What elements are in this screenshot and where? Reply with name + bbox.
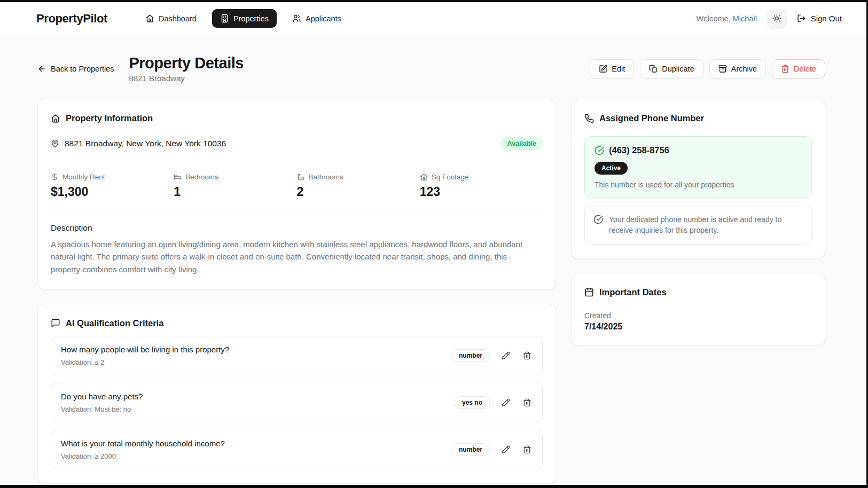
stat-bedrooms-value: 1 bbox=[174, 185, 296, 199]
edit-criterion-button[interactable] bbox=[501, 444, 511, 455]
description-text: A spacious home featuring an open living… bbox=[51, 238, 531, 276]
delete-criterion-button[interactable] bbox=[522, 397, 533, 408]
stat-bedrooms-label: Bedrooms bbox=[185, 173, 218, 181]
phone-usage-note: This number is used for all your propert… bbox=[595, 180, 802, 189]
description-label: Description bbox=[51, 223, 543, 233]
pencil-icon bbox=[502, 445, 510, 454]
edit-button-label: Edit bbox=[612, 65, 625, 73]
edit-criterion-button[interactable] bbox=[501, 350, 511, 361]
assigned-phone-heading: Assigned Phone Number bbox=[584, 113, 812, 123]
archive-button[interactable]: Archive bbox=[709, 59, 766, 78]
sign-out-label: Sign Out bbox=[811, 14, 842, 23]
top-navbar: PropertyPilot Dashboard Properties Appli… bbox=[0, 2, 866, 35]
property-information-title: Property Information bbox=[66, 113, 153, 123]
bed-icon bbox=[174, 173, 182, 181]
back-link-label: Back to Properties bbox=[51, 65, 114, 73]
criterion-controls: yes no bbox=[455, 396, 533, 409]
criterion-type-badge: yes no bbox=[455, 396, 490, 409]
phone-icon bbox=[584, 114, 594, 123]
duplicate-button[interactable]: Duplicate bbox=[640, 59, 703, 78]
address-text: 8821 Broadway, New York, New York 10036 bbox=[65, 139, 226, 148]
criterion-row: How many people will be living in this p… bbox=[51, 336, 543, 375]
back-to-properties-link[interactable]: Back to Properties bbox=[37, 65, 114, 73]
assigned-phone-card: Assigned Phone Number (463) 258-8756 Act… bbox=[571, 99, 825, 259]
archive-button-label: Archive bbox=[731, 65, 757, 73]
important-dates-title: Important Dates bbox=[599, 287, 667, 297]
criterion-validation: Validation: ≥ 2000 bbox=[61, 452, 225, 460]
stat-bathrooms-value: 2 bbox=[297, 185, 420, 199]
criterion-row: Do you have any pets? Validation: Must b… bbox=[51, 383, 543, 422]
nav-dashboard[interactable]: Dashboard bbox=[137, 9, 205, 28]
stat-bedrooms: Bedrooms 1 bbox=[174, 173, 296, 199]
nav-properties[interactable]: Properties bbox=[212, 9, 277, 28]
criterion-validation: Validation: ≤ 2 bbox=[61, 358, 229, 366]
right-column: Assigned Phone Number (463) 258-8756 Act… bbox=[571, 99, 825, 346]
trash-icon bbox=[781, 65, 789, 73]
welcome-text: Welcome, Michał! bbox=[696, 14, 757, 23]
criteria-title: AI Qualification Criteria bbox=[66, 318, 163, 328]
criterion-question: How many people will be living in this p… bbox=[61, 345, 229, 354]
page-content: Back to Properties Property Details 8821… bbox=[0, 35, 866, 488]
page-title: Property Details bbox=[129, 54, 243, 72]
status-badge: Available bbox=[501, 137, 543, 150]
stat-sq-footage-label: Sq Footage bbox=[432, 173, 469, 181]
nav-properties-label: Properties bbox=[233, 14, 269, 23]
criterion-type-badge: number bbox=[451, 349, 490, 362]
assigned-phone-title: Assigned Phone Number bbox=[599, 113, 704, 123]
edit-pencil-square-icon bbox=[599, 65, 607, 73]
trash-icon bbox=[523, 445, 531, 454]
theme-toggle-button[interactable] bbox=[767, 9, 787, 29]
criterion-controls: number bbox=[451, 443, 533, 456]
stat-sq-footage-value: 123 bbox=[420, 185, 543, 199]
calendar-icon bbox=[584, 287, 594, 297]
home-icon bbox=[145, 14, 154, 23]
edit-button[interactable]: Edit bbox=[590, 59, 634, 78]
nav-applicants[interactable]: Applicants bbox=[284, 9, 349, 28]
delete-criterion-button[interactable] bbox=[522, 444, 533, 455]
criterion-controls: number bbox=[451, 349, 533, 362]
criterion-question: What is your total monthly household inc… bbox=[61, 439, 225, 448]
pencil-icon bbox=[502, 351, 510, 360]
stat-bathrooms: Bathrooms 2 bbox=[297, 173, 420, 199]
criterion-type-badge: number bbox=[451, 443, 490, 456]
edit-criterion-button[interactable] bbox=[501, 397, 511, 408]
delete-button-label: Delete bbox=[794, 65, 816, 73]
delete-criterion-button[interactable] bbox=[522, 350, 533, 361]
stat-sq-footage: Sq Footage 123 bbox=[420, 173, 543, 199]
trash-icon bbox=[523, 398, 531, 407]
users-icon bbox=[292, 14, 301, 23]
house-icon bbox=[51, 114, 60, 123]
property-stats: Monthly Rent $1,300 Bedrooms 1 bbox=[51, 162, 543, 211]
stat-monthly-rent-label: Monthly Rent bbox=[62, 173, 105, 181]
phone-active-badge: Active bbox=[595, 162, 628, 175]
criterion-text: Do you have any pets? Validation: Must b… bbox=[61, 392, 143, 413]
criteria-heading: AI Qualification Criteria bbox=[51, 318, 543, 328]
dollar-sign-icon bbox=[51, 173, 59, 181]
stat-monthly-rent: Monthly Rent $1,300 bbox=[51, 173, 174, 199]
copy-icon bbox=[649, 65, 658, 73]
nav-applicants-label: Applicants bbox=[306, 14, 341, 23]
criterion-text: What is your total monthly household inc… bbox=[61, 439, 225, 460]
phone-number-row: (463) 258-8756 bbox=[595, 145, 802, 155]
stat-bathrooms-label: Bathrooms bbox=[309, 173, 343, 181]
sign-out-button[interactable]: Sign Out bbox=[797, 14, 842, 23]
criterion-validation: Validation: Must be: no bbox=[61, 405, 143, 413]
nav-dashboard-label: Dashboard bbox=[159, 14, 197, 23]
log-out-icon bbox=[797, 14, 806, 23]
created-label: Created bbox=[584, 311, 812, 320]
title-block: Property Details 8821 Broadway bbox=[129, 54, 243, 83]
building-icon bbox=[220, 14, 229, 23]
stat-monthly-rent-value: $1,300 bbox=[51, 185, 174, 199]
map-pin-icon bbox=[51, 139, 59, 148]
check-circle-icon bbox=[593, 215, 603, 224]
sun-icon bbox=[772, 14, 781, 23]
important-dates-card: Important Dates Created 7/14/2025 bbox=[571, 273, 825, 346]
ai-qualification-criteria-card: AI Qualification Criteria How many peopl… bbox=[37, 304, 556, 484]
delete-button[interactable]: Delete bbox=[772, 59, 825, 78]
archive-box-icon bbox=[718, 65, 727, 73]
arrow-left-icon bbox=[37, 65, 46, 73]
brand-logo[interactable]: PropertyPilot bbox=[36, 12, 107, 26]
important-dates-heading: Important Dates bbox=[584, 287, 812, 297]
trash-icon bbox=[523, 351, 531, 360]
page-subtitle: 8821 Broadway bbox=[129, 74, 243, 83]
